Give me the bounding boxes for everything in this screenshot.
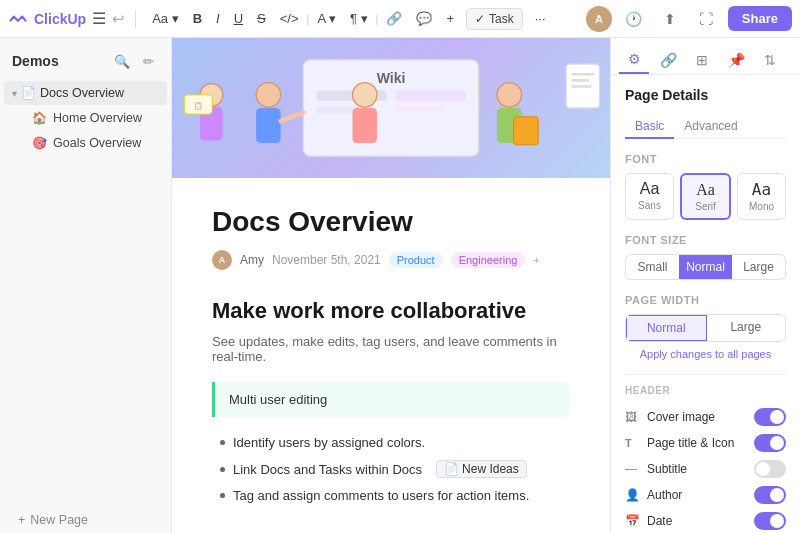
plus-btn[interactable]: +	[440, 8, 460, 29]
text-format-btn[interactable]: Aa ▾	[146, 8, 185, 29]
size-large[interactable]: Large	[732, 255, 785, 279]
sidebar-add-btn[interactable]: ✏	[137, 50, 159, 72]
toggle-label: 📅 Date	[625, 514, 672, 528]
bullet-icon	[220, 440, 225, 445]
toggle-date: 📅 Date	[625, 508, 786, 533]
panel-divider	[625, 374, 786, 375]
new-page-btn[interactable]: + New Page	[4, 507, 167, 533]
page-icon: 🏠	[32, 111, 47, 125]
panel-tab-pin[interactable]: 📌	[721, 46, 751, 74]
code-btn[interactable]: </>	[274, 8, 305, 29]
expand-icon[interactable]: ⛶	[692, 5, 720, 33]
doc-meta: A Amy November 5th, 2021 Product Enginee…	[212, 250, 570, 270]
page-width-label: Page Width	[625, 294, 786, 306]
doc-subtext: See updates, make edits, tag users, and …	[212, 334, 570, 364]
clock-icon[interactable]: 🕐	[620, 5, 648, 33]
more-options-btn[interactable]: ···	[529, 8, 552, 29]
list-item: Link Docs and Tasks within Docs 📄 New Id…	[220, 460, 570, 478]
font-mono[interactable]: Aa Mono	[737, 173, 786, 220]
font-sans-label: Sans	[638, 200, 661, 211]
sidebar-item-docs-overview[interactable]: ▾ 📄 Docs Overview	[4, 81, 167, 105]
date-toggle[interactable]	[754, 512, 786, 530]
sidebar-header: Demos 🔍 ✏	[0, 38, 171, 80]
author-avatar: A	[212, 250, 232, 270]
underline-btn[interactable]: U	[228, 8, 249, 29]
toggle-label: T Page title & Icon	[625, 436, 734, 450]
format-sep: |	[307, 13, 310, 25]
toggle-label-text: Date	[647, 514, 672, 528]
comment-btn[interactable]: 💬	[410, 8, 438, 29]
author-toggle[interactable]	[754, 486, 786, 504]
svg-text:📋: 📋	[194, 101, 203, 110]
logo-text: ClickUp	[34, 11, 86, 27]
font-sans[interactable]: Aa Sans	[625, 173, 674, 220]
task-icon: ✓	[475, 12, 485, 26]
link-btn[interactable]: 🔗	[380, 8, 408, 29]
topbar-right: A 🕐 ⬆ ⛶ Share	[586, 5, 792, 33]
font-sans-preview: Aa	[640, 180, 660, 198]
cover-image-toggle[interactable]	[754, 408, 786, 426]
font-serif[interactable]: Aa Serif	[680, 173, 731, 220]
right-panel: ⚙ 🔗 ⊞ 📌 ⇅ Page Details Basic Advanced Fo…	[610, 38, 800, 533]
doc-list: Identify users by assigned colors. Link …	[212, 435, 570, 503]
task-btn[interactable]: ✓ Task	[466, 8, 523, 30]
docs-icon: 📄	[21, 86, 36, 100]
chip-icon: 📄	[444, 462, 459, 476]
bold-btn[interactable]: B	[187, 8, 208, 29]
topbar: ClickUp ☰ ↩ Aa ▾ B I U S </> | A ▾ ¶ ▾ |…	[0, 0, 800, 38]
list-item-text: Identify users by assigned colors.	[233, 435, 425, 450]
panel-tab-grid[interactable]: ⊞	[687, 46, 717, 74]
apply-changes-link[interactable]: Apply changes to all pages	[625, 348, 786, 360]
sidebar-item-label: Docs Overview	[40, 86, 124, 100]
panel-tab-arrows[interactable]: ⇅	[755, 46, 785, 74]
tag-engineering[interactable]: Engineering	[451, 252, 526, 268]
size-normal[interactable]: Normal	[679, 255, 732, 279]
panel-sub-tab-basic[interactable]: Basic	[625, 115, 674, 139]
sidebar-item-goals-overview[interactable]: 🎯 Goals Overview	[4, 131, 167, 155]
undo-icon[interactable]: ↩	[112, 10, 125, 28]
tag-product[interactable]: Product	[389, 252, 443, 268]
svg-point-11	[497, 83, 522, 108]
svg-rect-17	[571, 85, 591, 88]
more-tags[interactable]: +	[533, 254, 539, 266]
svg-point-9	[352, 83, 377, 108]
clickup-logo[interactable]: ClickUp	[8, 9, 86, 29]
sidebar-search-btn[interactable]: 🔍	[111, 50, 133, 72]
page-title-toggle[interactable]	[754, 434, 786, 452]
toggle-label-text: Cover image	[647, 410, 715, 424]
chevron-icon: ▾	[12, 88, 17, 99]
svg-rect-16	[571, 79, 589, 82]
width-normal[interactable]: Normal	[626, 315, 707, 341]
font-mono-label: Mono	[749, 201, 774, 212]
task-label: Task	[489, 12, 514, 26]
share-button[interactable]: Share	[728, 6, 792, 31]
width-large[interactable]: Large	[707, 315, 786, 341]
panel-sub-tab-advanced[interactable]: Advanced	[674, 115, 747, 139]
doc-title: Docs Overview	[212, 206, 570, 238]
header-section-label: HEADER	[625, 385, 786, 396]
date-icon: 📅	[625, 514, 641, 528]
sidebar-item-home-overview[interactable]: 🏠 Home Overview	[4, 106, 167, 130]
format-sep2: |	[376, 13, 379, 25]
toggle-list: 🖼 Cover image T Page title & Icon	[625, 404, 786, 533]
paragraph-btn[interactable]: ¶ ▾	[344, 8, 374, 29]
main-layout: Demos 🔍 ✏ ▾ 📄 Docs Overview 🏠 Home Overv…	[0, 38, 800, 533]
strikethrough-btn[interactable]: S	[251, 8, 272, 29]
subtitle-toggle[interactable]	[754, 460, 786, 478]
panel-sub-tabs: Basic Advanced	[625, 115, 786, 139]
panel-tab-link[interactable]: 🔗	[653, 46, 683, 74]
panel-tab-settings[interactable]: ⚙	[619, 46, 649, 74]
color-btn[interactable]: A ▾	[311, 8, 342, 29]
svg-rect-13	[514, 117, 539, 145]
hamburger-icon[interactable]: ☰	[92, 9, 106, 28]
list-item: Identify users by assigned colors.	[220, 435, 570, 450]
chip-label: New Ideas	[462, 462, 519, 476]
toggle-label-text: Subtitle	[647, 462, 687, 476]
size-small[interactable]: Small	[626, 255, 679, 279]
user-avatar[interactable]: A	[586, 6, 612, 32]
inline-chip[interactable]: 📄 New Ideas	[436, 460, 527, 478]
export-icon[interactable]: ⬆	[656, 5, 684, 33]
toggle-label: — Subtitle	[625, 462, 687, 476]
italic-btn[interactable]: I	[210, 8, 226, 29]
sidebar-title: Demos	[12, 53, 59, 69]
